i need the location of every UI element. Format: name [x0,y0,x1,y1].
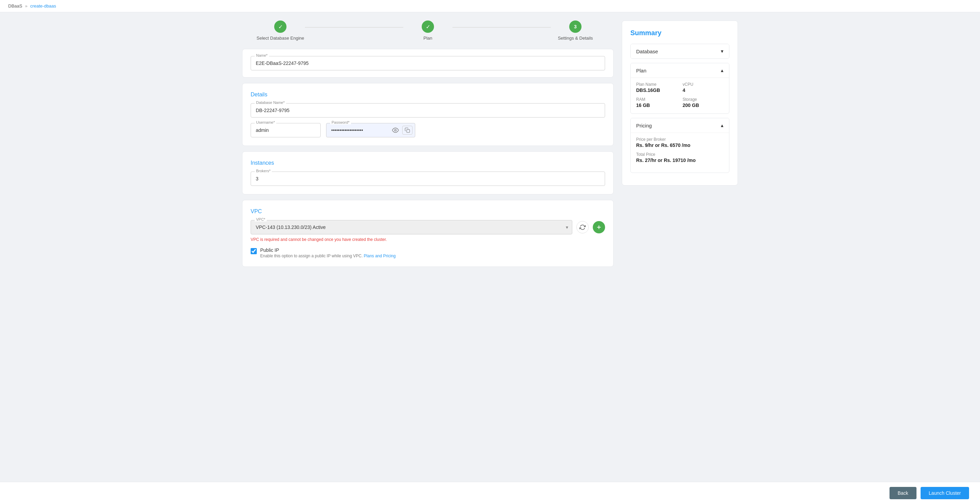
breadcrumb-parent[interactable]: DBaaS [8,3,22,8]
svg-rect-1 [407,129,410,132]
plan-chevron-up-icon: ▴ [721,67,724,73]
copy-password-button[interactable] [402,126,412,135]
vcpu-label: vCPU [682,82,724,87]
db-name-input[interactable] [251,103,605,118]
step-icon-db-engine: ✓ [274,21,286,33]
brokers-field-wrap: Brokers* [251,172,605,186]
price-per-broker-label: Price per Broker [636,137,724,142]
db-name-field-wrap: Database Name* [251,103,605,118]
price-per-broker-value: Rs. 9/hr or Rs. 6570 /mo [636,142,724,148]
details-section: Details Database Name* Username* Passwor… [242,83,614,146]
ram-label: RAM [636,97,677,102]
back-button[interactable]: Back [889,487,916,499]
left-panel: ✓ Select Database Engine ✓ Plan 3 Settin… [242,21,614,272]
summary-plan-label: Plan [636,68,646,73]
vpc-title: VPC [251,209,605,215]
step-settings: 3 Settings & Details [551,21,600,41]
name-input[interactable] [251,56,605,70]
summary-pricing-section: Pricing ▴ Price per Broker Rs. 9/hr or R… [630,118,729,173]
breadcrumb-bar: DBaaS » create-dbaas [0,0,980,12]
step-plan: ✓ Plan [403,21,452,41]
summary-database-section: Database ▾ [630,44,729,59]
public-ip-description: Enable this option to assign a public IP… [260,254,396,258]
public-ip-text-block: Public IP Enable this option to assign a… [260,247,396,258]
database-chevron-down-icon: ▾ [721,48,724,54]
step-connector-1 [305,27,403,28]
bottom-bar: Back Launch Cluster [0,482,980,504]
summary-database-header[interactable]: Database ▾ [631,44,729,58]
breadcrumb-separator: » [25,3,27,8]
ram-value: 16 GB [636,102,677,108]
summary-plan-section: Plan ▴ Plan Name DBS.16GB vCPU 4 [630,63,729,114]
details-title: Details [251,92,605,98]
vpc-refresh-button[interactable] [576,221,589,233]
vpc-field-label: VPC* [255,217,267,222]
name-field-label: Name* [255,53,269,57]
vpc-warning: VPC is required and cannot be changed on… [251,237,605,242]
vcpu-item: vCPU 4 [682,82,724,93]
breadcrumb-current[interactable]: create-dbaas [30,3,56,8]
svg-point-0 [395,129,396,131]
plan-name-label: Plan Name [636,82,677,87]
public-ip-row: Public IP Enable this option to assign a… [251,247,605,258]
username-input[interactable] [251,123,321,137]
summary-pricing-label: Pricing [636,123,652,129]
step-label-plan: Plan [423,35,432,41]
vpc-select[interactable]: VPC-143 (10.13.230.0/23) Active [251,220,572,234]
summary-pricing-body: Price per Broker Rs. 9/hr or Rs. 6570 /m… [631,132,729,172]
username-label: Username* [255,120,276,124]
vpc-select-wrap: VPC* VPC-143 (10.13.230.0/23) Active ▾ [251,220,572,234]
name-card: Name* [242,49,614,78]
step-icon-settings: 3 [569,21,582,33]
vpc-add-button[interactable] [593,221,605,233]
price-per-broker-item: Price per Broker Rs. 9/hr or Rs. 6570 /m… [636,137,724,148]
steps-bar: ✓ Select Database Engine ✓ Plan 3 Settin… [242,21,614,41]
password-label: Password* [330,120,351,124]
total-price-label: Total Price [636,152,724,157]
pricing-chevron-up-icon: ▴ [721,122,724,129]
step-label-db-engine: Select Database Engine [256,35,304,41]
plan-grid: Plan Name DBS.16GB vCPU 4 RAM 16 GB St [636,82,724,108]
instances-title: Instances [251,160,605,166]
password-icons [391,126,412,135]
brokers-input[interactable] [251,172,605,186]
summary-title: Summary [630,29,729,37]
right-panel: Summary Database ▾ Plan ▴ Plan Name [622,21,738,272]
step-icon-plan: ✓ [422,21,434,33]
step-select-db-engine: ✓ Select Database Engine [256,21,305,41]
public-ip-label: Public IP [260,247,396,253]
brokers-label: Brokers* [255,169,272,173]
total-price-value: Rs. 27/hr or Rs. 19710 /mo [636,158,724,163]
launch-cluster-button[interactable]: Launch Cluster [921,487,969,499]
total-price-item: Total Price Rs. 27/hr or Rs. 19710 /mo [636,152,724,163]
storage-value: 200 GB [682,102,724,108]
public-ip-checkbox[interactable] [251,248,257,254]
summary-database-label: Database [636,48,658,54]
summary-pricing-header[interactable]: Pricing ▴ [631,118,729,132]
summary-card: Summary Database ▾ Plan ▴ Plan Name [622,21,738,185]
summary-plan-body: Plan Name DBS.16GB vCPU 4 RAM 16 GB St [631,78,729,113]
vpc-section: VPC VPC* VPC-143 (10.13.230.0/23) Active… [242,200,614,267]
storage-item: Storage 200 GB [682,97,724,108]
plans-pricing-link[interactable]: Plans and Pricing [364,254,395,258]
name-field-wrap: Name* [251,56,605,70]
plan-name-value: DBS.16GB [636,88,677,93]
step-label-settings: Settings & Details [558,35,593,41]
toggle-password-button[interactable] [391,126,399,134]
vpc-row: VPC* VPC-143 (10.13.230.0/23) Active ▾ [251,220,605,234]
db-name-label: Database Name* [255,100,286,105]
credentials-row: Username* Password* [251,123,605,137]
instances-section: Instances Brokers* [242,152,614,195]
password-field-wrap: Password* [326,123,415,137]
plan-name-item: Plan Name DBS.16GB [636,82,677,93]
summary-plan-header[interactable]: Plan ▴ [631,63,729,78]
storage-label: Storage [682,97,724,102]
step-connector-2 [452,27,551,28]
ram-item: RAM 16 GB [636,97,677,108]
username-field-wrap: Username* [251,123,321,137]
vcpu-value: 4 [682,88,724,93]
